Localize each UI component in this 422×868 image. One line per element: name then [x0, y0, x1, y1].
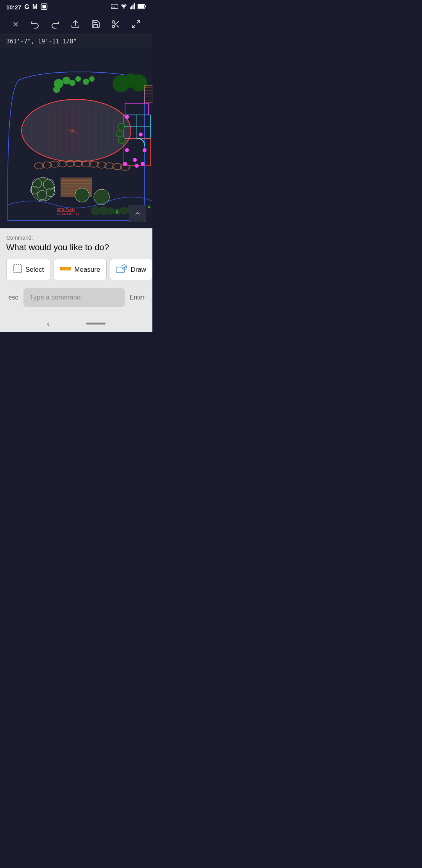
- draw-button[interactable]: Draw: [110, 259, 152, 280]
- command-panel: Command: What would you like to do? Sele…: [0, 228, 152, 315]
- status-left: 10:27 G M: [6, 3, 48, 11]
- select-label: Select: [25, 266, 44, 274]
- select-button[interactable]: Select: [6, 259, 50, 280]
- svg-rect-1: [43, 5, 46, 8]
- svg-point-67: [31, 178, 55, 201]
- scissors-button[interactable]: [107, 18, 124, 30]
- battery-icon: [138, 4, 146, 11]
- canvas-area[interactable]: POOL: [0, 48, 152, 228]
- undo-button[interactable]: [27, 18, 44, 30]
- svg-point-86: [125, 115, 129, 119]
- svg-point-4: [123, 7, 125, 9]
- cast-icon: [111, 4, 118, 11]
- google-icon: G: [24, 4, 29, 11]
- svg-point-15: [112, 21, 114, 23]
- svg-point-93: [135, 164, 139, 168]
- svg-point-79: [75, 188, 89, 202]
- command-input[interactable]: [23, 288, 125, 307]
- svg-point-87: [139, 133, 143, 136]
- svg-point-100: [99, 206, 108, 215]
- svg-rect-7: [132, 5, 134, 9]
- svg-point-103: [120, 207, 127, 215]
- enter-button[interactable]: Enter: [128, 291, 146, 304]
- esc-button[interactable]: esc: [6, 291, 20, 304]
- svg-point-55: [53, 86, 60, 93]
- svg-point-90: [133, 158, 137, 162]
- status-bar: 10:27 G M: [0, 0, 152, 14]
- svg-point-16: [112, 25, 114, 28]
- svg-line-21: [132, 25, 135, 28]
- measure-label: Measure: [74, 266, 100, 274]
- action-buttons-row: Select Measure: [6, 259, 146, 280]
- svg-point-66: [124, 74, 138, 88]
- svg-rect-5: [130, 7, 131, 9]
- signal-icon: [130, 3, 135, 11]
- back-button[interactable]: ‹: [47, 319, 50, 328]
- wifi-icon: [120, 4, 127, 11]
- svg-point-54: [63, 77, 70, 84]
- gmail-icon: M: [32, 4, 38, 11]
- svg-text:✿: ✿: [148, 204, 151, 209]
- svg-point-63: [89, 76, 95, 82]
- cad-drawing: POOL: [0, 48, 152, 228]
- command-input-row: esc Enter: [6, 285, 146, 312]
- svg-rect-115: [14, 265, 21, 273]
- svg-rect-123: [116, 267, 124, 273]
- toolbar: [0, 14, 152, 34]
- measure-button[interactable]: Measure: [54, 259, 107, 280]
- upload-button[interactable]: [67, 18, 84, 30]
- svg-point-88: [125, 148, 129, 152]
- svg-text:✿: ✿: [116, 208, 119, 214]
- svg-line-19: [114, 23, 116, 24]
- svg-point-3: [111, 8, 112, 9]
- svg-rect-8: [134, 3, 135, 9]
- home-indicator[interactable]: [86, 323, 106, 325]
- svg-point-62: [83, 79, 89, 85]
- coordinates-value: 361'-7", 19'-11 1/8": [6, 38, 77, 45]
- svg-point-56: [69, 80, 75, 86]
- svg-point-95: [116, 131, 122, 137]
- svg-text:SCALE 3/16" = 1'0": SCALE 3/16" = 1'0": [57, 212, 80, 215]
- draw-label: Draw: [131, 266, 146, 274]
- svg-rect-10: [138, 5, 144, 8]
- measure-icon: [60, 265, 71, 274]
- command-question: What would you like to do?: [6, 242, 146, 253]
- svg-line-18: [117, 25, 119, 27]
- coordinates-display: 361'-7", 19'-11 1/8": [0, 34, 152, 48]
- select-icon: [13, 264, 22, 275]
- expand-button[interactable]: [129, 205, 146, 222]
- svg-point-89: [143, 148, 147, 152]
- time-display: 10:27: [6, 4, 21, 11]
- close-button[interactable]: [8, 19, 23, 30]
- bottom-nav: ‹: [0, 315, 152, 332]
- svg-point-80: [94, 189, 109, 205]
- svg-point-94: [118, 123, 125, 130]
- status-right: [111, 3, 146, 11]
- svg-line-20: [137, 21, 139, 23]
- svg-point-99: [91, 206, 100, 215]
- svg-point-91: [141, 162, 145, 166]
- fullscreen-button[interactable]: [127, 18, 145, 30]
- svg-rect-6: [131, 6, 132, 9]
- redo-button[interactable]: [46, 18, 64, 30]
- notification-icon: [41, 3, 48, 11]
- svg-point-92: [123, 162, 127, 166]
- svg-text:POOL: POOL: [68, 129, 78, 133]
- svg-point-96: [118, 137, 125, 144]
- draw-icon: [116, 264, 127, 275]
- command-label: Command:: [6, 235, 146, 241]
- svg-rect-11: [145, 5, 146, 7]
- svg-point-101: [107, 207, 114, 215]
- save-button[interactable]: [87, 18, 104, 30]
